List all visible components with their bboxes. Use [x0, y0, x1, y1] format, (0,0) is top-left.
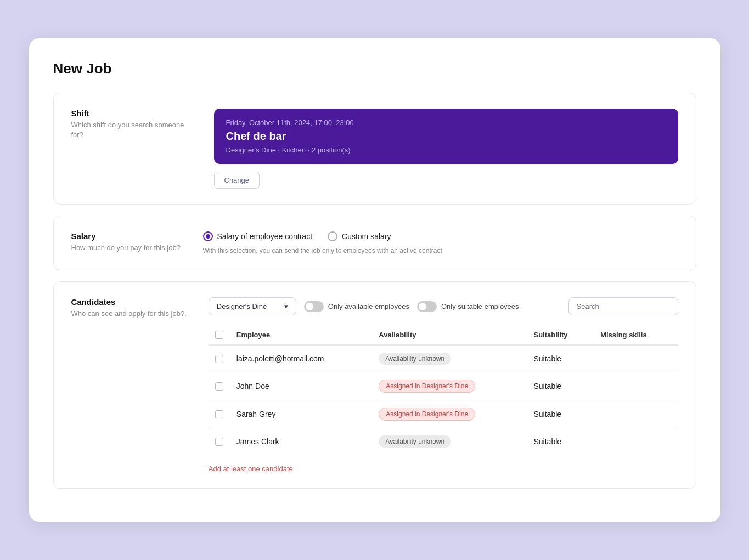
availability-cell-1: Assigned in Designer's Dine: [372, 372, 527, 400]
shift-card-date: Friday, October 11th, 2024, 17:00–23:00: [226, 118, 666, 127]
salary-option2-label: Custom salary: [342, 232, 391, 241]
shift-card: Friday, October 11th, 2024, 17:00–23:00 …: [214, 109, 678, 164]
suitable-toggle-label: Only suitable employees: [441, 302, 519, 310]
suitability-col-header: Suitability: [527, 325, 594, 345]
candidates-section-label: Candidates Who can see and apply for thi…: [71, 297, 187, 473]
candidates-label-desc: Who can see and apply for this job?.: [71, 309, 187, 319]
radio-empty-icon: [328, 231, 337, 241]
shift-card-title: Chef de bar: [226, 130, 666, 143]
salary-section: Salary How much do you pay for this job?…: [53, 216, 696, 270]
row-checkbox-cell-1: [209, 372, 230, 400]
row-checkbox-cell-3: [209, 428, 230, 455]
availability-cell-3: Availability unknown: [372, 428, 527, 455]
employee-col-header: Employee: [230, 325, 373, 345]
availability-col-header: Availability: [372, 325, 527, 345]
candidates-content: Designer's Dine ▾ Only available employe…: [209, 297, 678, 473]
shift-section: Shift Which shift do you search someone …: [53, 93, 696, 205]
select-all-checkbox[interactable]: [215, 331, 223, 339]
page-title: New Job: [53, 60, 696, 77]
suitability-cell-3: Suitable: [527, 428, 594, 455]
employee-cell-3: James Clark: [230, 428, 373, 455]
salary-label-desc: How much do you pay for this job?: [71, 243, 181, 253]
availability-badge-2: Assigned in Designer's Dine: [379, 408, 475, 421]
row-checkbox-1[interactable]: [215, 382, 223, 391]
availability-badge-1: Assigned in Designer's Dine: [379, 380, 475, 393]
candidates-label-title: Candidates: [71, 297, 187, 307]
salary-option2[interactable]: Custom salary: [328, 231, 391, 241]
row-checkbox-0[interactable]: [215, 355, 223, 363]
shift-label-desc: Which shift do you search someone for?: [71, 120, 192, 140]
missing-skills-cell-0: [594, 345, 678, 372]
candidates-section: Candidates Who can see and apply for thi…: [53, 281, 696, 489]
candidates-error-message: Add at least one candidate: [209, 465, 678, 473]
salary-option1[interactable]: Salary of employee contract: [203, 231, 313, 241]
salary-content: Salary of employee contract Custom salar…: [203, 231, 678, 254]
salary-label-title: Salary: [71, 231, 181, 241]
available-employees-toggle[interactable]: [304, 301, 324, 312]
venue-select-value: Designer's Dine: [217, 302, 267, 310]
employee-cell-1: John Doe: [230, 372, 373, 400]
table-row: Sarah Grey Assigned in Designer's Dine S…: [209, 400, 678, 428]
chevron-down-icon: ▾: [284, 302, 288, 310]
table-row: John Doe Assigned in Designer's Dine Sui…: [209, 372, 678, 400]
candidates-table: Employee Availability Suitability Missin…: [209, 325, 678, 455]
select-all-col: [209, 325, 230, 345]
salary-option1-label: Salary of employee contract: [217, 232, 313, 241]
availability-badge-3: Availability unknown: [379, 435, 451, 448]
shift-card-subtitle: Designer's Dine · Kitchen · 2 position(s…: [226, 146, 666, 154]
missing-skills-col-header: Missing skills: [594, 325, 678, 345]
employee-cell-0: laiza.poletti@hotmail.com: [230, 345, 373, 372]
shift-label-title: Shift: [71, 109, 192, 118]
availability-badge-0: Availability unknown: [379, 353, 451, 365]
availability-cell-2: Assigned in Designer's Dine: [372, 400, 527, 428]
availability-cell-0: Availability unknown: [372, 345, 527, 372]
table-row: James Clark Availability unknown Suitabl…: [209, 428, 678, 455]
missing-skills-cell-1: [594, 372, 678, 400]
salary-section-label: Salary How much do you pay for this job?: [71, 231, 181, 254]
row-checkbox-2[interactable]: [215, 410, 223, 418]
missing-skills-cell-2: [594, 400, 678, 428]
available-toggle-label: Only available employees: [328, 302, 409, 310]
search-input[interactable]: [568, 297, 678, 315]
table-row: laiza.poletti@hotmail.com Availability u…: [209, 345, 678, 372]
suitability-cell-2: Suitable: [527, 400, 594, 428]
table-header-row: Employee Availability Suitability Missin…: [209, 325, 678, 345]
salary-options: Salary of employee contract Custom salar…: [203, 231, 678, 241]
shift-section-label: Shift Which shift do you search someone …: [71, 109, 192, 189]
row-checkbox-3[interactable]: [215, 438, 223, 446]
venue-select[interactable]: Designer's Dine ▾: [209, 297, 296, 315]
suitable-employees-toggle[interactable]: [417, 301, 437, 312]
radio-selected-icon: [203, 231, 213, 241]
suitability-cell-1: Suitable: [527, 372, 594, 400]
suitable-toggle-wrapper: Only suitable employees: [417, 301, 519, 312]
change-button[interactable]: Change: [214, 172, 260, 189]
main-card: New Job Shift Which shift do you search …: [29, 38, 720, 522]
shift-content: Friday, October 11th, 2024, 17:00–23:00 …: [214, 109, 678, 189]
candidates-controls: Designer's Dine ▾ Only available employe…: [209, 297, 678, 315]
salary-note: With this selection, you can send the jo…: [203, 247, 678, 254]
employee-cell-2: Sarah Grey: [230, 400, 373, 428]
available-toggle-wrapper: Only available employees: [304, 301, 409, 312]
suitability-cell-0: Suitable: [527, 345, 594, 372]
row-checkbox-cell-0: [209, 345, 230, 372]
row-checkbox-cell-2: [209, 400, 230, 428]
missing-skills-cell-3: [594, 428, 678, 455]
